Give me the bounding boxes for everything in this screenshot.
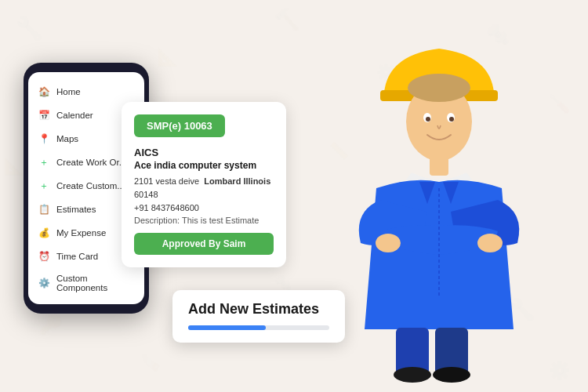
nav-label-5: Estimates [56,205,96,214]
nav-label-8: Custom Components [56,274,135,292]
nav-label-2: Maps [56,134,78,143]
nav-item-9[interactable]: 👤 Change Password [34,298,138,304]
nav-label-1: Calender [56,111,93,120]
estimate-phone: +91 8437648600 [134,203,274,212]
nav-label-3: Create Work Or... [56,158,126,167]
estimate-badge: SMP(e) 10063 [134,114,225,137]
nav-label-0: Home [56,87,81,96]
estimate-company-short: AICS [134,147,274,158]
estimate-address-line1: 2101 vesta deive Lombard Illinois [134,176,274,187]
estimate-zip: 60148 [134,189,274,201]
svg-point-13 [394,367,431,383]
progress-bar-fill [188,325,266,330]
nav-icon-3: ＋ [38,156,50,169]
nav-label-7: Time Card [56,252,98,261]
nav-icon-0: 🏠 [38,85,50,98]
nav-icon-1: 📅 [38,109,50,122]
estimate-company-full: Ace india computer system [134,160,274,171]
svg-point-6 [426,117,430,122]
svg-point-14 [433,367,470,383]
nav-icon-9: 👤 [38,303,50,304]
estimate-description: Description: This is test Estimate [134,216,274,225]
add-estimates-title: Add New Estimates [188,301,329,318]
add-estimates-card: Add New Estimates [172,290,345,343]
estimate-card: SMP(e) 10063 AICS Ace india computer sys… [122,102,286,267]
svg-point-3 [408,74,470,102]
nav-icon-2: 📍 [38,132,50,145]
progress-bar-background [188,325,329,330]
nav-icon-8: ⚙️ [38,277,50,289]
nav-icon-6: 💰 [38,227,50,239]
svg-rect-8 [430,157,448,176]
svg-point-7 [449,117,454,122]
approved-button[interactable]: Approved By Saim [134,233,274,255]
svg-point-10 [477,234,503,252]
nav-icon-7: ⏰ [38,250,50,263]
nav-label-6: My Expense [56,228,106,238]
nav-label-4: Create Custom... [56,181,125,191]
nav-item-8[interactable]: ⚙️ Custom Components [34,268,138,298]
svg-point-9 [376,234,401,252]
nav-item-0[interactable]: 🏠 Home [34,80,138,103]
nav-icon-5: 📋 [38,203,50,216]
nav-icon-4: ＋ [38,180,50,192]
